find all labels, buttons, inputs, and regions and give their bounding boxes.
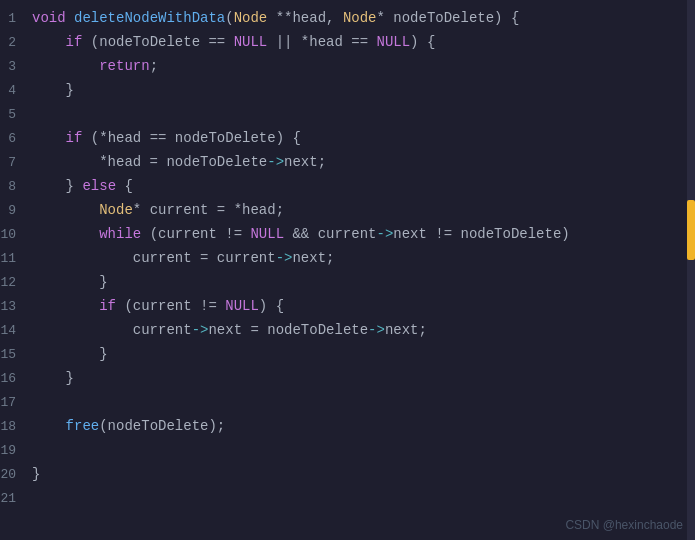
token-type: Node [234,10,268,26]
token-plain [32,418,66,434]
line-number: 13 [0,299,32,314]
token-plain [32,130,66,146]
line-number: 17 [0,395,32,410]
line-content: free(nodeToDelete); [32,418,685,434]
scrollbar-thumb[interactable] [687,200,695,260]
token-plain [66,10,74,26]
token-kw: return [99,58,149,74]
token-kw: else [82,178,116,194]
line-number: 14 [0,323,32,338]
token-null: NULL [234,34,268,50]
code-line: 8 } else { [0,178,695,202]
token-kw: void [32,10,66,26]
code-line: 18 free(nodeToDelete); [0,418,695,442]
token-plain: next; [385,322,427,338]
token-kw: if [66,34,83,50]
token-kw: if [99,298,116,314]
code-line: 2 if (nodeToDelete == NULL || *head == N… [0,34,695,58]
token-fn: free [66,418,100,434]
line-number: 19 [0,443,32,458]
token-plain: (current != [141,226,250,242]
token-plain [32,202,99,218]
line-number: 21 [0,491,32,506]
token-plain: (nodeToDelete == [82,34,233,50]
token-plain: * nodeToDelete) { [377,10,520,26]
line-content: } [32,370,685,386]
token-plain: } [32,178,82,194]
token-kw: while [99,226,141,242]
token-plain [32,58,99,74]
line-number: 12 [0,275,32,290]
token-plain: current [32,322,192,338]
line-number: 9 [0,203,32,218]
token-plain: ) { [410,34,435,50]
code-line: 15 } [0,346,695,370]
line-content [32,394,685,410]
token-plain: (current != [116,298,225,314]
line-content: current = current->next; [32,250,685,266]
scrollbar[interactable] [687,0,695,540]
code-line: 14 current->next = nodeToDelete->next; [0,322,695,346]
code-line: 3 return; [0,58,695,82]
line-content: current->next = nodeToDelete->next; [32,322,685,338]
token-plain [32,226,99,242]
code-area[interactable]: 1void deleteNodeWithData(Node **head, No… [0,0,695,540]
token-arrow: -> [192,322,209,338]
line-content: } [32,82,685,98]
token-null: NULL [225,298,259,314]
token-plain: ; [150,58,158,74]
watermark: CSDN @hexinchaode [565,518,683,532]
token-plain: ( [225,10,233,26]
code-line: 9 Node* current = *head; [0,202,695,226]
token-plain: **head, [267,10,343,26]
line-content: *head = nodeToDelete->next; [32,154,685,170]
token-arrow: -> [376,226,393,242]
token-plain: current = current [32,250,276,266]
line-number: 1 [0,11,32,26]
line-number: 11 [0,251,32,266]
code-line: 1void deleteNodeWithData(Node **head, No… [0,10,695,34]
code-line: 21 [0,490,695,514]
line-number: 20 [0,467,32,482]
token-plain: } [32,274,108,290]
line-content: } else { [32,178,685,194]
code-line: 4 } [0,82,695,106]
token-plain: *head = nodeToDelete [32,154,267,170]
token-type: Node [99,202,133,218]
token-plain: } [32,466,40,482]
line-number: 15 [0,347,32,362]
token-plain: next != nodeToDelete) [393,226,569,242]
token-plain: next; [284,154,326,170]
code-line: 20} [0,466,695,490]
token-kw: if [66,130,83,146]
token-arrow: -> [276,250,293,266]
code-line: 10 while (current != NULL && current->ne… [0,226,695,250]
line-content: } [32,274,685,290]
line-content: if (current != NULL) { [32,298,685,314]
token-plain [32,34,66,50]
code-line: 6 if (*head == nodeToDelete) { [0,130,695,154]
line-content [32,442,685,458]
token-plain: ) { [259,298,284,314]
token-plain: && current [284,226,376,242]
line-content: } [32,346,685,362]
token-plain: } [32,370,74,386]
line-number: 4 [0,83,32,98]
line-content: return; [32,58,685,74]
token-plain: next; [292,250,334,266]
code-line: 5 [0,106,695,130]
line-content: while (current != NULL && current->next … [32,226,685,242]
line-number: 6 [0,131,32,146]
line-content: Node* current = *head; [32,202,685,218]
code-line: 13 if (current != NULL) { [0,298,695,322]
token-null: NULL [376,34,410,50]
line-number: 16 [0,371,32,386]
code-line: 11 current = current->next; [0,250,695,274]
code-line: 17 [0,394,695,418]
token-plain [32,298,99,314]
token-plain: * current = *head; [133,202,284,218]
code-line: 16 } [0,370,695,394]
token-plain: { [116,178,133,194]
token-plain: } [32,82,74,98]
line-number: 2 [0,35,32,50]
